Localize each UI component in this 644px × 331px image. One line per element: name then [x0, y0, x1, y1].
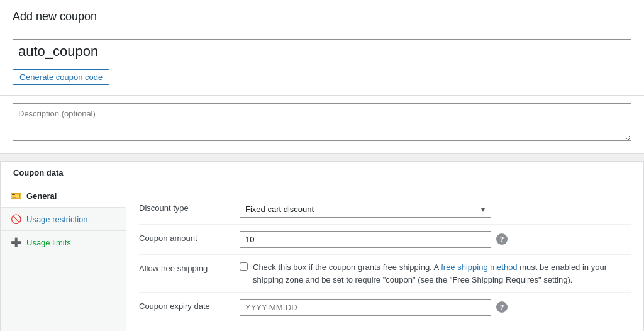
tab-usage-restriction-label: Usage restriction [26, 215, 88, 224]
tab-general-label: General [26, 191, 57, 201]
limits-icon: ➕ [11, 237, 21, 247]
free-shipping-label: Allow free shipping [139, 261, 240, 273]
restriction-icon: 🚫 [11, 214, 21, 224]
description-section [0, 96, 644, 154]
coupon-data-section: Coupon data 🎫 General 🚫 Usage restrictio… [0, 161, 644, 331]
discount-type-row: Discount type Percentage discount Fixed … [139, 194, 631, 225]
expiry-date-control: ? [240, 299, 631, 316]
coupon-code-section: Generate coupon code [0, 31, 644, 96]
discount-type-control: Percentage discount Fixed cart discount … [240, 201, 631, 218]
expiry-date-input[interactable] [240, 299, 491, 316]
free-shipping-description: Check this box if the coupon grants free… [253, 261, 631, 286]
free-shipping-method-link[interactable]: free shipping method [441, 262, 517, 272]
coupon-amount-row: Coupon amount ? [139, 225, 631, 255]
description-textarea[interactable] [13, 103, 631, 141]
coupon-code-input[interactable] [13, 39, 631, 64]
expiry-date-label: Coupon expiry date [139, 299, 240, 311]
free-shipping-row: Allow free shipping Check this box if th… [139, 255, 631, 293]
free-shipping-checkbox[interactable] [240, 262, 248, 271]
page-title: Add new coupon [13, 10, 631, 23]
general-icon: 🎫 [11, 191, 21, 201]
generate-coupon-button[interactable]: Generate coupon code [13, 69, 109, 85]
tab-usage-limits-label: Usage limits [26, 238, 71, 247]
coupon-amount-control: ? [240, 231, 631, 248]
coupon-amount-input[interactable] [240, 231, 491, 248]
expiry-date-help-icon: ? [496, 301, 508, 313]
coupon-data-header: Coupon data [1, 162, 643, 184]
title-bar: Add new coupon [0, 0, 644, 31]
coupon-general-panel: Discount type Percentage discount Fixed … [126, 184, 643, 331]
page-wrapper: Add new coupon Generate coupon code Coup… [0, 0, 644, 331]
coupon-data-body: 🎫 General 🚫 Usage restriction ➕ Usage li… [1, 184, 643, 331]
discount-type-select[interactable]: Percentage discount Fixed cart discount … [240, 201, 491, 218]
tab-usage-restriction[interactable]: 🚫 Usage restriction [1, 208, 126, 231]
discount-type-label: Discount type [139, 201, 240, 213]
discount-type-select-wrapper: Percentage discount Fixed cart discount … [240, 201, 491, 218]
expiry-date-row: Coupon expiry date ? [139, 293, 631, 322]
free-shipping-control: Check this box if the coupon grants free… [240, 261, 631, 286]
tab-general[interactable]: 🎫 General [1, 184, 126, 208]
tab-usage-limits[interactable]: ➕ Usage limits [1, 231, 126, 254]
coupon-amount-label: Coupon amount [139, 231, 240, 243]
free-shipping-text-1: Check this box if the coupon grants free… [253, 262, 441, 272]
coupon-tabs: 🎫 General 🚫 Usage restriction ➕ Usage li… [1, 184, 126, 331]
free-shipping-inner: Check this box if the coupon grants free… [240, 261, 631, 286]
coupon-amount-help-icon: ? [496, 233, 508, 245]
